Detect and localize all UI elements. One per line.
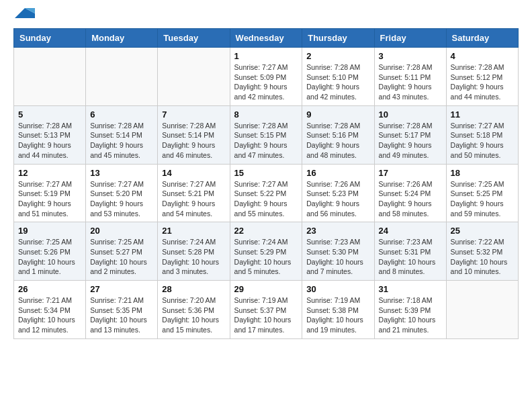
day-info: Sunrise: 7:25 AM Sunset: 5:27 PM Dayligh…	[90, 237, 153, 277]
day-number: 26	[18, 284, 81, 294]
calendar-day-cell: 17Sunrise: 7:26 AM Sunset: 5:24 PM Dayli…	[374, 164, 446, 222]
calendar-day-cell: 29Sunrise: 7:19 AM Sunset: 5:37 PM Dayli…	[230, 281, 302, 339]
calendar-day-cell: 27Sunrise: 7:21 AM Sunset: 5:35 PM Dayli…	[86, 281, 158, 339]
calendar-day-cell: 2Sunrise: 7:28 AM Sunset: 5:10 PM Daylig…	[302, 48, 374, 106]
day-info: Sunrise: 7:23 AM Sunset: 5:30 PM Dayligh…	[306, 237, 369, 277]
day-number: 21	[162, 226, 225, 236]
calendar-day-cell: 11Sunrise: 7:27 AM Sunset: 5:18 PM Dayli…	[446, 105, 518, 164]
day-number: 19	[18, 226, 81, 236]
day-info: Sunrise: 7:27 AM Sunset: 5:20 PM Dayligh…	[90, 179, 153, 219]
day-number: 14	[162, 168, 225, 178]
weekday-header-row: SundayMondayTuesdayWednesdayThursdayFrid…	[14, 29, 519, 48]
calendar-week-row: 5Sunrise: 7:28 AM Sunset: 5:13 PM Daylig…	[14, 105, 519, 164]
logo	[13, 13, 35, 21]
calendar-week-row: 19Sunrise: 7:25 AM Sunset: 5:26 PM Dayli…	[14, 222, 519, 281]
weekday-header-tuesday: Tuesday	[158, 29, 230, 48]
calendar-day-cell: 16Sunrise: 7:26 AM Sunset: 5:23 PM Dayli…	[302, 164, 374, 222]
day-number: 22	[234, 226, 298, 236]
calendar-day-cell: 31Sunrise: 7:18 AM Sunset: 5:39 PM Dayli…	[374, 281, 446, 339]
logo-icon	[15, 8, 35, 21]
calendar-day-cell: 26Sunrise: 7:21 AM Sunset: 5:34 PM Dayli…	[14, 281, 86, 339]
day-number: 27	[90, 284, 153, 294]
day-info: Sunrise: 7:25 AM Sunset: 5:26 PM Dayligh…	[18, 237, 81, 277]
day-number: 1	[234, 51, 298, 61]
day-info: Sunrise: 7:28 AM Sunset: 5:14 PM Dayligh…	[162, 121, 225, 161]
day-info: Sunrise: 7:24 AM Sunset: 5:28 PM Dayligh…	[162, 237, 225, 277]
calendar-table: SundayMondayTuesdayWednesdayThursdayFrid…	[13, 28, 519, 339]
calendar-day-cell	[446, 281, 518, 339]
weekday-header-friday: Friday	[374, 29, 446, 48]
day-info: Sunrise: 7:19 AM Sunset: 5:38 PM Dayligh…	[306, 295, 369, 335]
day-number: 16	[306, 168, 369, 178]
day-info: Sunrise: 7:27 AM Sunset: 5:19 PM Dayligh…	[18, 179, 81, 219]
weekday-header-saturday: Saturday	[446, 29, 518, 48]
day-info: Sunrise: 7:27 AM Sunset: 5:21 PM Dayligh…	[162, 179, 225, 219]
day-info: Sunrise: 7:22 AM Sunset: 5:32 PM Dayligh…	[451, 237, 514, 277]
day-number: 25	[451, 226, 514, 236]
calendar-week-row: 12Sunrise: 7:27 AM Sunset: 5:19 PM Dayli…	[14, 164, 519, 222]
weekday-header-wednesday: Wednesday	[230, 29, 302, 48]
weekday-header-thursday: Thursday	[302, 29, 374, 48]
day-number: 6	[90, 109, 153, 120]
calendar-week-row: 1Sunrise: 7:27 AM Sunset: 5:09 PM Daylig…	[14, 48, 519, 106]
day-info: Sunrise: 7:28 AM Sunset: 5:13 PM Dayligh…	[18, 121, 81, 161]
calendar-day-cell: 5Sunrise: 7:28 AM Sunset: 5:13 PM Daylig…	[14, 105, 86, 164]
calendar-day-cell: 30Sunrise: 7:19 AM Sunset: 5:38 PM Dayli…	[302, 281, 374, 339]
day-info: Sunrise: 7:28 AM Sunset: 5:14 PM Dayligh…	[90, 121, 153, 161]
day-info: Sunrise: 7:21 AM Sunset: 5:34 PM Dayligh…	[18, 295, 81, 335]
day-number: 8	[234, 109, 298, 120]
calendar-day-cell: 12Sunrise: 7:27 AM Sunset: 5:19 PM Dayli…	[14, 164, 86, 222]
calendar-day-cell: 8Sunrise: 7:28 AM Sunset: 5:15 PM Daylig…	[230, 105, 302, 164]
day-info: Sunrise: 7:28 AM Sunset: 5:16 PM Dayligh…	[306, 121, 369, 161]
day-info: Sunrise: 7:28 AM Sunset: 5:12 PM Dayligh…	[451, 62, 514, 102]
page-header	[13, 13, 519, 21]
day-number: 4	[451, 51, 514, 61]
day-number: 17	[379, 168, 442, 178]
calendar-day-cell: 4Sunrise: 7:28 AM Sunset: 5:12 PM Daylig…	[446, 48, 518, 106]
day-number: 13	[90, 168, 153, 178]
day-number: 15	[234, 168, 298, 178]
day-number: 20	[90, 226, 153, 236]
day-info: Sunrise: 7:28 AM Sunset: 5:17 PM Dayligh…	[379, 121, 442, 161]
day-info: Sunrise: 7:28 AM Sunset: 5:11 PM Dayligh…	[379, 62, 442, 102]
day-number: 10	[379, 109, 442, 120]
calendar-day-cell: 1Sunrise: 7:27 AM Sunset: 5:09 PM Daylig…	[230, 48, 302, 106]
day-number: 2	[306, 51, 369, 61]
day-info: Sunrise: 7:26 AM Sunset: 5:24 PM Dayligh…	[379, 179, 442, 219]
calendar-day-cell: 24Sunrise: 7:23 AM Sunset: 5:31 PM Dayli…	[374, 222, 446, 281]
calendar-day-cell	[158, 48, 230, 106]
calendar-day-cell: 10Sunrise: 7:28 AM Sunset: 5:17 PM Dayli…	[374, 105, 446, 164]
calendar-day-cell	[86, 48, 158, 106]
day-info: Sunrise: 7:28 AM Sunset: 5:15 PM Dayligh…	[234, 121, 298, 161]
calendar-day-cell: 15Sunrise: 7:27 AM Sunset: 5:22 PM Dayli…	[230, 164, 302, 222]
day-info: Sunrise: 7:28 AM Sunset: 5:10 PM Dayligh…	[306, 62, 369, 102]
day-number: 29	[234, 284, 298, 294]
day-info: Sunrise: 7:27 AM Sunset: 5:22 PM Dayligh…	[234, 179, 298, 219]
weekday-header-sunday: Sunday	[14, 29, 86, 48]
calendar-day-cell: 28Sunrise: 7:20 AM Sunset: 5:36 PM Dayli…	[158, 281, 230, 339]
day-info: Sunrise: 7:24 AM Sunset: 5:29 PM Dayligh…	[234, 237, 298, 277]
day-number: 12	[18, 168, 81, 178]
day-number: 24	[379, 226, 442, 236]
calendar-day-cell: 19Sunrise: 7:25 AM Sunset: 5:26 PM Dayli…	[14, 222, 86, 281]
day-number: 31	[379, 284, 442, 294]
day-number: 23	[306, 226, 369, 236]
weekday-header-monday: Monday	[86, 29, 158, 48]
calendar-day-cell: 25Sunrise: 7:22 AM Sunset: 5:32 PM Dayli…	[446, 222, 518, 281]
day-number: 3	[379, 51, 442, 61]
day-info: Sunrise: 7:26 AM Sunset: 5:23 PM Dayligh…	[306, 179, 369, 219]
day-number: 28	[162, 284, 225, 294]
day-info: Sunrise: 7:18 AM Sunset: 5:39 PM Dayligh…	[379, 295, 442, 335]
calendar-day-cell: 22Sunrise: 7:24 AM Sunset: 5:29 PM Dayli…	[230, 222, 302, 281]
day-info: Sunrise: 7:21 AM Sunset: 5:35 PM Dayligh…	[90, 295, 153, 335]
calendar-day-cell: 18Sunrise: 7:25 AM Sunset: 5:25 PM Dayli…	[446, 164, 518, 222]
calendar-day-cell: 13Sunrise: 7:27 AM Sunset: 5:20 PM Dayli…	[86, 164, 158, 222]
calendar-day-cell: 3Sunrise: 7:28 AM Sunset: 5:11 PM Daylig…	[374, 48, 446, 106]
calendar-day-cell: 6Sunrise: 7:28 AM Sunset: 5:14 PM Daylig…	[86, 105, 158, 164]
day-number: 9	[306, 109, 369, 120]
day-number: 18	[451, 168, 514, 178]
calendar-week-row: 26Sunrise: 7:21 AM Sunset: 5:34 PM Dayli…	[14, 281, 519, 339]
calendar-day-cell: 14Sunrise: 7:27 AM Sunset: 5:21 PM Dayli…	[158, 164, 230, 222]
day-number: 11	[451, 109, 514, 120]
calendar-day-cell: 23Sunrise: 7:23 AM Sunset: 5:30 PM Dayli…	[302, 222, 374, 281]
